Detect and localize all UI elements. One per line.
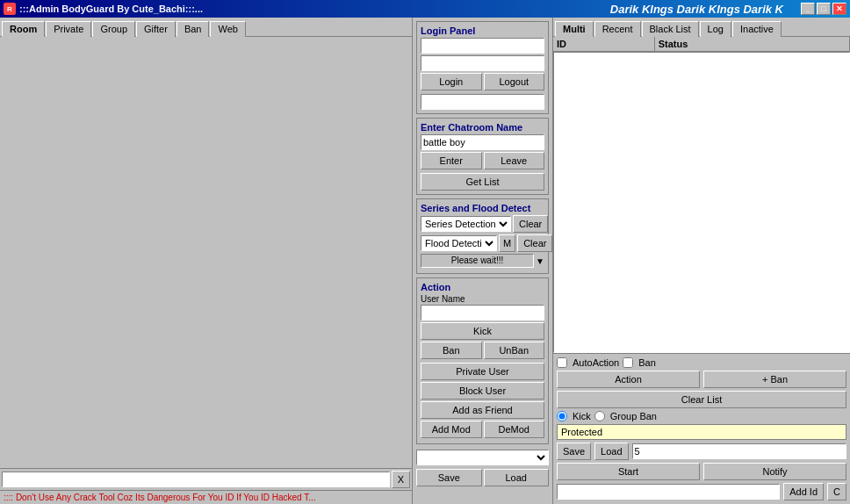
tab-multi[interactable]: Multi [555,21,594,37]
login-extra-input[interactable] [421,94,544,110]
ban-button[interactable]: Ban [421,342,482,359]
login-section: Login Panel Login Logout [416,21,549,114]
notify-button[interactable]: Notify [703,463,846,480]
action-section: Action User Name Kick Ban UnBan Private … [416,277,549,444]
save-button[interactable]: Save [557,443,591,460]
series-flood-header: Series and Flood Detect [421,203,544,213]
group-ban-radio-label: Group Ban [610,411,657,421]
flood-clear-button[interactable]: Clear [517,234,552,252]
clear-list-button[interactable]: Clear List [557,391,846,408]
username-input[interactable] [421,305,544,320]
middle-panel: Login Panel Login Logout Enter Chatroom … [413,18,553,504]
add-mod-button[interactable]: Add Mod [421,421,482,438]
load-button[interactable]: Load [594,443,628,460]
right-panel: Multi Recent Black List Log Inactive ID … [553,18,850,504]
enter-button[interactable]: Enter [421,152,482,169]
auto-action-checkbox[interactable] [557,357,567,368]
tab-ban[interactable]: Ban [176,21,210,37]
series-clear-button[interactable]: Clear [513,215,548,233]
progress-arrow: ▼ [536,256,544,266]
kick-radio[interactable] [557,411,567,421]
group-ban-radio[interactable] [594,411,605,421]
tab-group[interactable]: Group [92,21,135,37]
protected-label: Protected [561,427,602,437]
login-username-input[interactable] [421,38,544,54]
title-bar: R :::Admin BodyGuard By Cute_Bachi:::...… [0,0,850,18]
left-panel: Room Private Group Gifter Ban Web X ::::… [0,18,413,504]
login-password-input[interactable] [421,55,544,71]
load-left-button[interactable]: Load [484,469,550,486]
add-id-input[interactable] [557,484,780,500]
right-tab-bar: Multi Recent Black List Log Inactive [553,18,850,37]
auto-action-label: AutoAction [573,357,619,368]
tab-recent[interactable]: Recent [594,21,641,37]
ban-label: Ban [638,357,656,368]
tab-web[interactable]: Web [210,21,245,37]
login-button[interactable]: Login [421,73,482,90]
chatroom-header: Enter Chatroom Name [421,122,544,133]
bottom-clear-button[interactable]: X [392,471,410,488]
add-friend-button[interactable]: Add as Friend [421,401,544,419]
protected-field: Protected [557,424,846,440]
logout-button[interactable]: Logout [484,73,545,90]
bottom-input[interactable] [2,472,390,487]
kick-button[interactable]: Kick [421,322,544,340]
action-dropdown[interactable] [416,450,549,465]
add-id-button[interactable]: Add Id [783,483,824,500]
chatroom-name-input[interactable] [421,134,544,150]
maximize-button[interactable]: □ [817,3,831,15]
username-label: User Name [421,294,544,304]
save-left-button[interactable]: Save [416,469,482,486]
tab-blacklist[interactable]: Black List [642,21,699,37]
tab-gifter[interactable]: Gifter [136,21,176,37]
right-controls: AutoAction Ban Action + Ban Clear List K… [553,353,850,504]
plus-ban-button[interactable]: + Ban [703,371,846,388]
action-header: Action [421,282,544,292]
progress-bar: Please wait!!! [421,254,534,268]
right-table-header: ID Status [553,37,850,52]
close-button[interactable]: ✕ [832,3,846,15]
left-tab-bar: Room Private Group Gifter Ban Web [0,18,412,37]
left-log-area [0,37,412,468]
main-window: R :::Admin BodyGuard By Cute_Bachi:::...… [0,0,850,504]
bottom-input-row: X [0,468,412,490]
number-input[interactable] [632,443,846,459]
status-text: :::: Don't Use Any Crack Tool Coz Its Da… [4,493,316,502]
series-detection-select[interactable]: Series Detection [421,216,511,232]
c-button[interactable]: C [827,483,846,500]
leave-button[interactable]: Leave [484,152,545,169]
status-bar: :::: Don't Use Any Crack Tool Coz Its Da… [0,490,412,504]
user-list[interactable] [553,52,850,353]
private-user-button[interactable]: Private User [421,363,544,380]
col-id: ID [553,37,655,51]
title-text: :::Admin BodyGuard By Cute_Bachi:::... [19,4,610,14]
chatroom-section: Enter Chatroom Name Enter Leave Get List [416,118,549,195]
block-user-button[interactable]: Block User [421,382,544,400]
flood-detection-select[interactable]: Flood Detecti [421,235,497,251]
ban-checkbox[interactable] [623,357,633,368]
tab-inactive[interactable]: Inactive [732,21,782,37]
tab-log[interactable]: Log [700,21,731,37]
get-list-button[interactable]: Get List [421,173,544,191]
action-right-button[interactable]: Action [557,371,700,388]
title-watermark: Darik KIngs Darik KIngs Darik K [610,3,783,16]
window-controls: _ □ ✕ [801,3,846,15]
start-button[interactable]: Start [557,463,700,480]
login-header: Login Panel [421,25,544,36]
col-status: Status [655,37,850,51]
demod-button[interactable]: DeMod [484,421,545,438]
tab-private[interactable]: Private [46,21,91,37]
kick-radio-label: Kick [573,411,591,421]
app-icon: R [4,3,16,15]
progress-text: Please wait!!! [421,255,533,267]
series-flood-section: Series and Flood Detect Series Detection… [416,198,549,274]
right-content: ID Status [553,37,850,353]
unban-button[interactable]: UnBan [484,342,545,359]
minimize-button[interactable]: _ [801,3,815,15]
main-content: Room Private Group Gifter Ban Web X ::::… [0,18,850,504]
tab-room[interactable]: Room [2,21,45,37]
flood-m-button[interactable]: M [499,234,515,252]
